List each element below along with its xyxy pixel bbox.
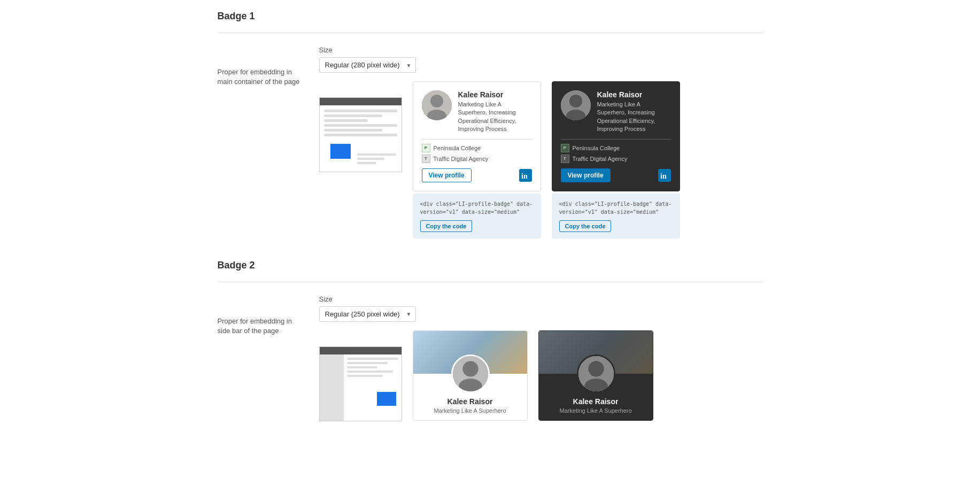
layout-lines-right [357, 153, 396, 166]
badge1-dark-card-group: Kalee Raisor Marketing Like A Superhero,… [552, 81, 680, 238]
badge-card-header-dark: Kalee Raisor Marketing Like A Superhero,… [561, 90, 671, 134]
badge-company-1-dark: P Peninsula College [561, 144, 671, 152]
badge1-dark-card: Kalee Raisor Marketing Like A Superhero,… [552, 81, 680, 191]
badge1-badges-row: Kalee Raisor Marketing Like A Superhero,… [319, 81, 763, 238]
badge-company-1: P Peninsula College [422, 144, 532, 152]
badge1-section: Badge 1 Proper for embedding in main con… [218, 11, 763, 238]
layout-sidebar-left [320, 354, 344, 421]
badge-name-dark: Kalee Raisor [597, 90, 671, 99]
badge2-name-dark: Kalee Raisor [545, 397, 646, 406]
view-profile-button[interactable]: View profile [422, 168, 472, 182]
badge1-size-select-wrapper[interactable]: Regular (280 pixel wide) Small (200 pixe… [319, 57, 416, 73]
code-snippet-dark: <div class="LI-profile-badge" data-versi… [559, 200, 673, 216]
badge2-avatar-wrap [413, 354, 528, 393]
badge-footer-dark: View profile in [561, 168, 671, 182]
badge2-size-select-wrapper[interactable]: Regular (250 pixel wide) Small (200 pixe… [319, 306, 416, 322]
layout-line [324, 119, 368, 122]
layout-sidebar-right [344, 354, 402, 421]
layout-body [320, 105, 402, 143]
svg-point-14 [588, 361, 604, 376]
company-icon-2: T [422, 155, 430, 163]
layout-sidebar-blue-block [377, 392, 396, 406]
section-divider-1 [218, 33, 763, 33]
badge2-dark-card: Kalee Raisor Marketing Like A Superhero [538, 330, 653, 421]
badge2-outer-dark: Kalee Raisor Marketing Like A Superhero [539, 354, 653, 420]
layout-line [324, 110, 397, 112]
badge-name: Kalee Raisor [458, 90, 532, 99]
badge-footer: View profile in [422, 168, 532, 182]
layout-sidebar-top [320, 347, 402, 354]
layout-blue-block [330, 144, 351, 159]
badge2-label: Proper for embedding in side bar of the … [218, 295, 303, 336]
badge-divider-dark [561, 139, 671, 140]
badge-company-2-dark: T Traffic Digital Agency [561, 155, 671, 163]
view-profile-button-dark[interactable]: View profile [561, 168, 611, 182]
badge2-size-label: Size [319, 295, 763, 303]
badge-company-2: T Traffic Digital Agency [422, 155, 532, 163]
layout-sidebar-body [320, 354, 402, 421]
company-icon-2-dark: T [561, 155, 569, 163]
badge1-light-card: Kalee Raisor Marketing Like A Superhero,… [413, 81, 541, 191]
badge1-light-code-block: <div class="LI-profile-badge" data-versi… [413, 194, 541, 238]
badge2-light-card: Kalee Raisor Marketing Like A Superhero [413, 330, 528, 421]
badge2-outer-light: Kalee Raisor Marketing Like A Superhero [413, 354, 527, 420]
page-container: Badge 1 Proper for embedding in main con… [196, 0, 784, 453]
badge-job-title: Marketing Like A Superhero, Increasing O… [458, 101, 532, 134]
linkedin-icon: in [519, 169, 532, 182]
badge2-light-card-group: Kalee Raisor Marketing Like A Superhero [413, 330, 528, 421]
badge-card-header: Kalee Raisor Marketing Like A Superhero,… [422, 90, 532, 134]
badge2-layout-illustration [319, 346, 402, 421]
badge2-layout: Proper for embedding in side bar of the … [218, 295, 763, 421]
badge2-avatar-light [451, 354, 490, 393]
badge2-title: Badge 2 [218, 260, 763, 276]
badge-info: Kalee Raisor Marketing Like A Superhero,… [458, 90, 532, 134]
badge2-info-dark: Kalee Raisor Marketing Like A Superhero [539, 393, 653, 420]
badge1-light-card-group: Kalee Raisor Marketing Like A Superhero,… [413, 81, 541, 238]
svg-text:in: in [660, 172, 667, 180]
badge1-content: Size Regular (280 pixel wide) Small (200… [319, 46, 763, 238]
badge2-title-light: Marketing Like A Superhero [420, 407, 521, 414]
copy-code-button-light[interactable]: Copy the code [420, 220, 473, 232]
svg-point-11 [462, 361, 478, 376]
layout-line [324, 134, 397, 136]
badge1-size-select[interactable]: Regular (280 pixel wide) Small (200 pixe… [319, 57, 416, 73]
badge2-content: Size Regular (250 pixel wide) Small (200… [319, 295, 763, 421]
avatar [422, 90, 452, 120]
badge2-dark-card-group: Kalee Raisor Marketing Like A Superhero [538, 330, 653, 421]
badge2-name-light: Kalee Raisor [420, 397, 521, 406]
company-icon-1: P [422, 144, 430, 152]
section-divider-2 [218, 282, 763, 282]
badge1-title: Badge 1 [218, 11, 763, 27]
company-icon-1-dark: P [561, 144, 569, 152]
badge-job-title-dark: Marketing Like A Superhero, Increasing O… [597, 101, 671, 134]
badge2-info-light: Kalee Raisor Marketing Like A Superhero [413, 393, 527, 420]
layout-line [324, 124, 397, 127]
badge1-size-label: Size [319, 46, 763, 54]
badge2-avatar-dark [577, 354, 615, 393]
badge2-section: Badge 2 Proper for embedding in side bar… [218, 260, 763, 421]
layout-top-bar [320, 98, 402, 105]
svg-point-1 [430, 95, 443, 107]
badge2-badges-row: Kalee Raisor Marketing Like A Superhero [319, 330, 763, 421]
badge1-layout: Proper for embedding in main container o… [218, 46, 763, 238]
badge1-dark-code-block: <div class="LI-profile-badge" data-versi… [552, 194, 680, 238]
linkedin-icon-dark: in [658, 169, 671, 182]
copy-code-button-dark[interactable]: Copy the code [559, 220, 612, 232]
badge2-avatar-wrap-dark [539, 354, 653, 393]
badge1-layout-illustration [319, 97, 402, 172]
badge2-size-select[interactable]: Regular (250 pixel wide) Small (200 pixe… [319, 306, 416, 322]
svg-text:in: in [521, 172, 528, 180]
avatar-dark [561, 90, 591, 120]
code-snippet: <div class="LI-profile-badge" data-versi… [420, 200, 534, 216]
badge2-title-dark: Marketing Like A Superhero [545, 407, 646, 414]
badge-divider [422, 139, 532, 140]
badge-info-dark: Kalee Raisor Marketing Like A Superhero,… [597, 90, 671, 134]
svg-point-6 [569, 95, 582, 107]
layout-line [324, 129, 383, 132]
badge1-label: Proper for embedding in main container o… [218, 46, 303, 87]
layout-line [324, 114, 383, 117]
